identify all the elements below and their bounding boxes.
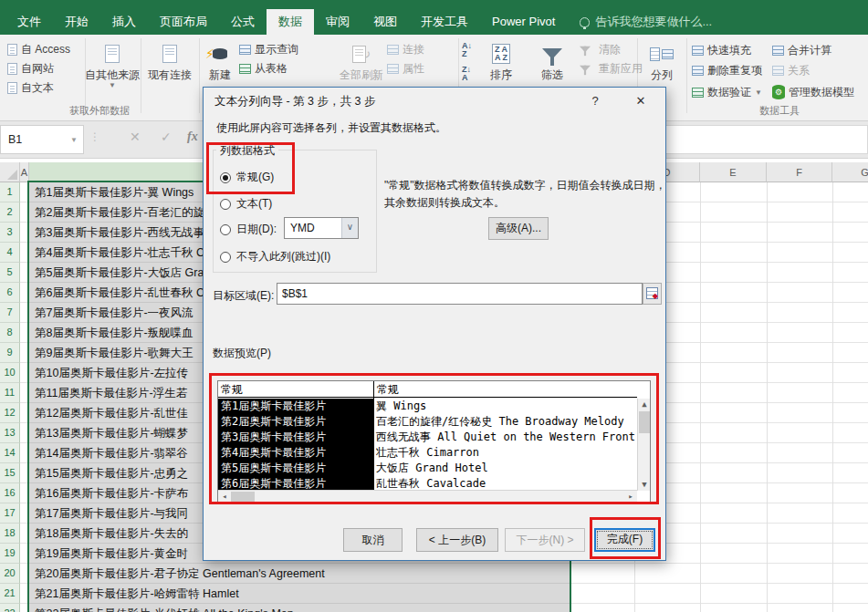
row-number[interactable]: 8 — [0, 323, 20, 343]
ribbon-tab[interactable]: 开始 — [53, 9, 100, 35]
ribbon-tab[interactable]: 页面布局 — [148, 9, 219, 35]
ribbon-tab[interactable]: 开发工具 — [409, 9, 480, 35]
new-query-button[interactable]: ⚡ 新建 — [203, 38, 237, 81]
ribbon-tab[interactable]: 文件 — [5, 9, 53, 35]
row-number[interactable]: 21 — [0, 584, 20, 604]
destination-input[interactable]: $B$1 — [277, 283, 643, 305]
from-web-button[interactable]: 自网站 — [7, 60, 54, 77]
row-number[interactable]: 7 — [0, 303, 20, 323]
preview-column-divider[interactable] — [373, 381, 374, 490]
radio-general[interactable]: 常规(G) — [220, 170, 274, 185]
row-number[interactable]: 3 — [0, 223, 20, 243]
preview-cell-col1-selected[interactable]: 第4届奥斯卡最佳影片 — [218, 445, 373, 461]
chevron-down-icon[interactable]: ∨ — [341, 218, 358, 238]
preview-cell-col2[interactable]: 壮志千秋 Cimarron — [373, 445, 637, 461]
preview-col2-header[interactable]: 常规 — [374, 382, 399, 398]
flash-fill-button[interactable]: 快速填充 — [692, 42, 751, 58]
preview-vertical-scrollbar[interactable]: ▲ ▼ — [637, 399, 650, 491]
name-box[interactable]: B1 ▼ — [0, 125, 84, 154]
preview-cell-col2[interactable]: 乱世春秋 Cavalcade — [373, 476, 637, 491]
cell-b-selected[interactable]: 第22届奥斯卡最佳影片-当代奸雄 All the King's Men — [29, 604, 570, 612]
row-number[interactable]: 10 — [0, 363, 20, 383]
ribbon-tab[interactable]: 插入 — [100, 9, 148, 35]
ribbon-tab[interactable]: Power Pivot — [480, 9, 567, 35]
cell-b-selected[interactable]: 第21届奥斯卡最佳影片-哈姆雷特 Hamlet — [29, 584, 570, 604]
row-number[interactable]: 13 — [0, 423, 20, 443]
row-number[interactable]: 17 — [0, 503, 20, 524]
row-number[interactable]: 11 — [0, 383, 20, 403]
row-number[interactable]: 9 — [0, 343, 20, 363]
cell-b-selected[interactable]: 第20届奥斯卡最佳影片-君子协定 Gentleman's Agreement — [29, 564, 570, 584]
row-number[interactable]: 19 — [0, 544, 20, 564]
cancel-button[interactable]: 取消 — [343, 528, 403, 552]
consolidate-button[interactable]: 合并计算 — [772, 42, 831, 58]
row-number[interactable]: 4 — [0, 243, 20, 263]
empty-cells[interactable] — [570, 604, 868, 612]
formula-bar-grip[interactable]: ⋮ — [89, 130, 100, 143]
select-all-corner[interactable] — [0, 162, 20, 182]
from-table-button[interactable]: 从表格 — [239, 60, 288, 77]
sort-ascending-button[interactable]: A↓Z — [462, 42, 472, 58]
preview-col1-header[interactable]: 常规 — [218, 382, 243, 398]
row-number[interactable]: 5 — [0, 263, 20, 283]
row-number[interactable]: 15 — [0, 463, 20, 483]
range-selector-button[interactable] — [643, 283, 662, 305]
advanced-button[interactable]: 高级(A)... — [488, 217, 549, 240]
scroll-left-icon[interactable]: ◂ — [218, 491, 231, 503]
sort-button[interactable]: Z AA Z 排序 — [482, 38, 520, 81]
ribbon-tab[interactable]: 审阅 — [314, 9, 361, 35]
row-number[interactable]: 20 — [0, 564, 20, 584]
empty-cells[interactable] — [570, 564, 868, 584]
preview-cell-col2[interactable]: 百老汇的旋律/红伶秘史 The Broadway Melody — [373, 414, 637, 430]
row-number[interactable]: 2 — [0, 202, 20, 223]
preview-cell-col1-selected[interactable]: 第1届奥斯卡最佳影片 — [218, 399, 373, 414]
insert-function-icon[interactable]: fx — [187, 130, 198, 144]
finish-button[interactable]: 完成(F) — [594, 528, 655, 552]
scroll-right-icon[interactable]: ▸ — [624, 491, 637, 503]
empty-cells[interactable] — [570, 584, 868, 604]
preview-cell-col2[interactable]: 大饭店 Grand Hotel — [373, 461, 637, 476]
name-box-dropdown-icon[interactable]: ▼ — [70, 136, 78, 144]
remove-duplicates-button[interactable]: 删除重复项 — [692, 62, 762, 78]
row-number[interactable]: 22 — [0, 604, 20, 612]
column-header-e[interactable]: E — [700, 162, 767, 182]
preview-cell-col1-selected[interactable]: 第6届奥斯卡最佳影片 — [218, 476, 373, 491]
row-number[interactable]: 18 — [0, 524, 20, 544]
radio-text[interactable]: 文本(T) — [220, 196, 272, 212]
scrollbar-thumb[interactable] — [231, 492, 255, 502]
text-to-columns-button[interactable]: 分列 — [641, 38, 683, 81]
data-validation-button[interactable]: 数据验证 ▼ — [692, 84, 762, 100]
row-number[interactable]: 1 — [0, 182, 20, 202]
scrollbar-thumb[interactable] — [639, 411, 650, 433]
preview-cell-col1-selected[interactable]: 第2届奥斯卡最佳影片 — [218, 414, 373, 430]
scroll-up-icon[interactable]: ▲ — [638, 399, 651, 410]
ribbon-tab[interactable]: 数据 — [267, 9, 314, 35]
scroll-down-icon[interactable]: ▼ — [638, 479, 651, 491]
back-button[interactable]: < 上一步(B) — [416, 528, 498, 552]
column-header-g[interactable]: G — [832, 162, 868, 182]
row-number[interactable]: 16 — [0, 483, 20, 503]
date-format-select[interactable]: YMD ∨ — [284, 217, 359, 239]
data-preview-table[interactable]: 常规 常规 第1届奥斯卡最佳影片翼 Wings第2届奥斯卡最佳影片百老汇的旋律/… — [217, 380, 651, 503]
row-number[interactable]: 14 — [0, 443, 20, 463]
sort-descending-button[interactable]: Z↓A — [462, 66, 471, 82]
tell-me-box[interactable]: 告诉我您想要做什么... — [580, 9, 712, 35]
dialog-help-button[interactable]: ? — [576, 88, 614, 114]
preview-cell-col1-selected[interactable]: 第3届奥斯卡最佳影片 — [218, 430, 373, 445]
manage-data-model-button[interactable]: ⚙ 管理数据模型 — [772, 84, 854, 100]
dialog-close-button[interactable]: ✕ — [618, 88, 664, 114]
from-access-button[interactable]: 自 Access — [7, 41, 70, 57]
from-other-sources-button[interactable]: 自其他来源 ▼ — [84, 38, 141, 89]
radio-skip-column[interactable]: 不导入此列(跳过)(I) — [220, 249, 330, 265]
row-number[interactable]: 6 — [0, 283, 20, 303]
show-queries-button[interactable]: 显示查询 — [239, 41, 298, 57]
filter-button[interactable]: 筛选 — [531, 38, 573, 81]
ribbon-tab[interactable]: 视图 — [361, 9, 409, 35]
preview-cell-col1-selected[interactable]: 第5届奥斯卡最佳影片 — [218, 461, 373, 476]
row-number[interactable]: 12 — [0, 403, 20, 423]
preview-cell-col2[interactable]: 翼 Wings — [373, 399, 637, 414]
column-header-f[interactable]: F — [767, 162, 832, 182]
preview-cell-col2[interactable]: 西线无战事 All Quiet on the Western Front — [373, 430, 637, 445]
column-header-a[interactable]: A — [20, 162, 29, 182]
ribbon-tab[interactable]: 公式 — [219, 9, 267, 35]
